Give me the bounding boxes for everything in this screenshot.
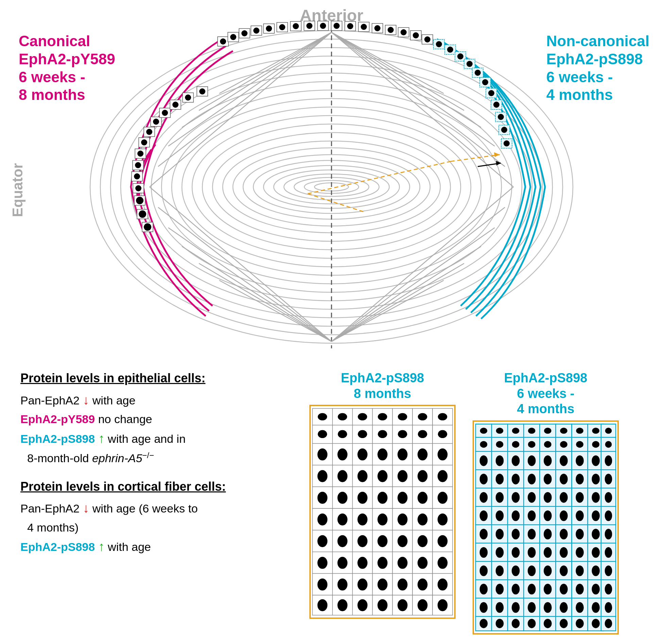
svg-point-117 — [162, 110, 168, 116]
svg-point-65 — [320, 23, 326, 29]
svg-point-361 — [544, 492, 552, 503]
svg-point-423 — [605, 547, 612, 558]
svg-point-148 — [398, 413, 407, 421]
svg-point-463 — [496, 602, 504, 613]
svg-point-208 — [438, 492, 447, 504]
svg-point-51 — [230, 34, 236, 40]
ephrin-a5-italic: ephrin-A5 — [92, 452, 142, 465]
svg-point-447 — [512, 584, 520, 594]
svg-point-389 — [480, 529, 488, 539]
svg-point-268 — [338, 599, 347, 611]
svg-point-345 — [560, 474, 568, 484]
svg-point-198 — [338, 492, 347, 504]
svg-point-373 — [496, 510, 504, 521]
cell-diagram-young-wrapper: EphA2-pS8986 weeks -4 months — [473, 370, 619, 634]
svg-point-473 — [576, 602, 584, 613]
svg-point-119 — [172, 102, 178, 108]
svg-point-238 — [318, 557, 327, 569]
svg-point-87 — [457, 53, 463, 59]
svg-point-125 — [135, 185, 141, 191]
svg-point-218 — [397, 514, 407, 525]
svg-point-377 — [528, 510, 536, 521]
svg-point-156 — [338, 430, 347, 438]
svg-point-256 — [357, 578, 367, 590]
svg-point-262 — [418, 578, 427, 590]
svg-point-397 — [544, 529, 552, 539]
superscript-ko: −/− — [142, 451, 154, 460]
svg-point-307 — [544, 441, 551, 448]
svg-point-101 — [501, 127, 507, 133]
svg-point-295 — [592, 428, 599, 434]
svg-point-365 — [576, 492, 584, 503]
svg-point-487 — [544, 619, 552, 628]
svg-point-311 — [576, 441, 583, 448]
svg-point-172 — [357, 449, 367, 460]
svg-point-349 — [592, 474, 600, 484]
svg-point-375 — [512, 510, 520, 521]
svg-point-244 — [377, 557, 387, 569]
pan-epha2-arrow: ↓ — [83, 393, 89, 407]
svg-point-471 — [560, 602, 568, 613]
svg-point-491 — [576, 619, 584, 628]
svg-line-45 — [332, 246, 481, 342]
svg-point-160 — [378, 430, 387, 438]
svg-point-69 — [347, 23, 353, 29]
svg-point-403 — [592, 529, 600, 539]
svg-point-212 — [338, 514, 347, 525]
svg-point-214 — [357, 514, 367, 525]
svg-point-329 — [576, 455, 584, 466]
equator-label: Equator — [10, 163, 26, 217]
svg-point-441 — [605, 565, 612, 576]
svg-point-184 — [338, 470, 347, 482]
svg-point-226 — [338, 535, 347, 547]
svg-point-89 — [466, 61, 473, 67]
svg-point-246 — [397, 557, 407, 569]
svg-point-395 — [528, 529, 536, 539]
svg-point-465 — [512, 602, 520, 613]
svg-point-176 — [397, 449, 407, 460]
svg-point-71 — [361, 24, 367, 30]
svg-point-274 — [397, 599, 407, 611]
svg-point-258 — [377, 578, 387, 590]
svg-point-77 — [401, 29, 407, 35]
svg-point-483 — [512, 619, 520, 628]
cell-diagram-young-svg — [473, 420, 619, 634]
svg-point-391 — [496, 529, 504, 539]
canonical-line3: 6 weeks - — [19, 69, 85, 85]
svg-point-285 — [512, 428, 520, 434]
svg-point-260 — [397, 578, 407, 590]
svg-point-291 — [560, 428, 567, 434]
svg-point-55 — [253, 28, 259, 34]
svg-point-61 — [293, 23, 299, 29]
svg-point-455 — [576, 584, 584, 594]
svg-point-429 — [512, 565, 520, 576]
cells-diagrams-area: EphA2-pS8988 months — [309, 370, 619, 634]
svg-point-131 — [144, 223, 151, 231]
epha2-ps898-epithelial-label: EphA2-pS898 — [20, 432, 95, 445]
svg-point-248 — [418, 557, 427, 569]
svg-point-409 — [496, 547, 504, 558]
pan-epha2-cortical-line: Pan-EphA2 ↓ with age (6 weeks to — [20, 499, 275, 517]
svg-line-40 — [199, 263, 332, 342]
svg-point-182 — [318, 470, 327, 482]
svg-point-266 — [318, 599, 327, 611]
svg-point-113 — [146, 129, 152, 135]
svg-point-150 — [418, 413, 427, 421]
svg-line-27 — [182, 32, 332, 127]
svg-point-210 — [318, 514, 327, 525]
svg-point-351 — [605, 474, 612, 484]
svg-point-489 — [560, 619, 568, 628]
svg-point-323 — [528, 455, 536, 466]
svg-point-109 — [137, 151, 143, 157]
svg-point-254 — [338, 578, 347, 590]
svg-point-105 — [134, 173, 140, 179]
svg-point-178 — [418, 449, 427, 460]
svg-point-433 — [544, 565, 552, 576]
svg-point-407 — [480, 547, 488, 558]
svg-point-127 — [136, 197, 143, 204]
svg-point-140 — [318, 413, 327, 421]
svg-point-75 — [388, 27, 394, 33]
svg-point-240 — [338, 557, 347, 569]
svg-point-299 — [480, 441, 488, 448]
svg-point-425 — [480, 565, 488, 576]
